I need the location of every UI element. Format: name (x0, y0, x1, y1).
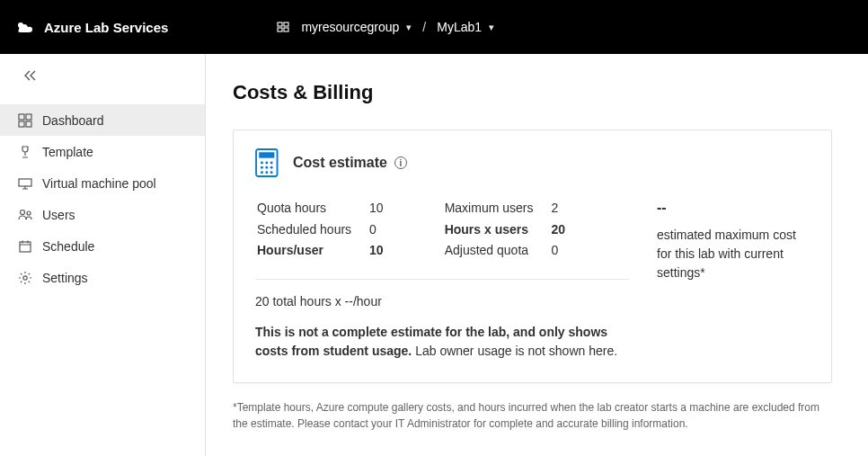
estimate-disclaimer: This is not a complete estimate for the … (255, 323, 630, 361)
settings-icon (18, 271, 32, 285)
hours-per-user-value: 10 (369, 241, 400, 261)
dashboard-icon (18, 113, 32, 128)
quota-hours-label: Quota hours (257, 199, 368, 219)
sidebar-item-label: Schedule (42, 239, 94, 254)
schedule-icon (18, 239, 32, 254)
sidebar-item-vm-pool[interactable]: Virtual machine pool (0, 167, 205, 199)
scheduled-hours-label: Scheduled hours (257, 220, 368, 240)
sidebar-item-users[interactable]: Users (0, 199, 205, 230)
svg-rect-7 (19, 121, 24, 127)
estimated-cost-value: -- (657, 197, 810, 219)
sidebar-item-dashboard[interactable]: Dashboard (0, 104, 205, 136)
svg-rect-15 (259, 152, 274, 157)
breadcrumb-separator: / (422, 20, 426, 34)
svg-point-13 (23, 275, 27, 279)
quota-hours-value: 10 (369, 199, 400, 219)
svg-point-20 (265, 166, 268, 169)
vm-pool-icon (18, 176, 32, 191)
hours-x-users-value: 20 (551, 220, 581, 240)
hours-per-user-label: Hours/user (257, 241, 368, 261)
product-name: Azure Lab Services (44, 20, 168, 35)
svg-rect-5 (19, 114, 24, 120)
sidebar-collapse-button[interactable] (0, 63, 205, 88)
svg-point-0 (18, 22, 23, 28)
svg-rect-4 (284, 28, 288, 31)
resource-group-icon (276, 20, 290, 34)
double-chevron-left-icon (22, 69, 39, 82)
sidebar: Dashboard Template Virtual machine pool … (0, 54, 206, 456)
footnote: *Template hours, Azure compute gallery c… (233, 399, 832, 432)
svg-rect-2 (278, 28, 282, 31)
breadcrumb-resource-group-label: myresourcegroup (301, 20, 399, 34)
svg-rect-1 (278, 22, 282, 26)
svg-rect-9 (19, 179, 31, 186)
users-icon (18, 208, 32, 222)
sidebar-item-label: Virtual machine pool (42, 176, 156, 191)
adjusted-quota-value: 0 (551, 241, 581, 261)
svg-point-10 (21, 210, 25, 214)
hours-x-users-label: Hours x users (445, 220, 550, 240)
main-content: Costs & Billing Cost estimate i Quota ho… (206, 54, 868, 456)
svg-point-23 (265, 171, 268, 174)
template-icon (18, 145, 32, 159)
total-hours-calc: 20 total hours x --/hour (255, 294, 630, 308)
svg-rect-12 (20, 242, 31, 252)
svg-point-18 (270, 162, 273, 165)
svg-rect-8 (26, 121, 31, 127)
adjusted-quota-label: Adjusted quota (445, 241, 550, 261)
info-icon[interactable]: i (394, 156, 407, 169)
svg-point-24 (270, 171, 273, 174)
chevron-down-icon: ▾ (489, 22, 494, 33)
azure-logo-icon (13, 16, 35, 38)
breadcrumb-resource-group[interactable]: myresourcegroup ▾ (301, 20, 412, 34)
brand: Azure Lab Services (13, 16, 168, 38)
page-title: Costs & Billing (233, 81, 832, 104)
calculator-icon (255, 148, 280, 177)
breadcrumb: myresourcegroup ▾ / MyLab1 ▾ (276, 20, 494, 34)
svg-rect-6 (26, 114, 31, 120)
estimated-cost-label: estimated maximum cost for this lab with… (657, 226, 810, 282)
sidebar-item-schedule[interactable]: Schedule (0, 230, 205, 262)
max-users-label: Maximum users (445, 199, 550, 219)
top-bar: Azure Lab Services myresourcegroup ▾ / M… (0, 0, 868, 54)
sidebar-item-label: Settings (42, 271, 88, 285)
metrics-left: Quota hours10 Scheduled hours0 Hours/use… (255, 197, 402, 263)
cost-summary: -- estimated maximum cost for this lab w… (657, 197, 810, 282)
svg-point-16 (261, 162, 263, 165)
sidebar-item-label: Template (42, 145, 93, 159)
cost-estimate-card: Cost estimate i Quota hours10 Scheduled … (233, 130, 832, 383)
sidebar-item-label: Dashboard (42, 113, 104, 128)
scheduled-hours-value: 0 (369, 220, 400, 240)
sidebar-item-settings[interactable]: Settings (0, 262, 205, 293)
svg-point-21 (270, 166, 273, 169)
metrics-right: Maximum users2 Hours x users20 Adjusted … (443, 197, 583, 263)
sidebar-item-label: Users (42, 208, 75, 222)
max-users-value: 2 (551, 199, 581, 219)
svg-point-17 (265, 162, 268, 165)
svg-point-11 (27, 211, 31, 215)
svg-point-22 (261, 171, 263, 174)
estimate-disclaimer-rest: Lab owner usage is not shown here. (412, 344, 617, 358)
sidebar-item-template[interactable]: Template (0, 136, 205, 167)
divider (255, 279, 630, 280)
chevron-down-icon: ▾ (406, 22, 412, 33)
breadcrumb-lab-label: MyLab1 (437, 20, 482, 34)
svg-point-19 (261, 166, 263, 169)
cost-estimate-title: Cost estimate (293, 155, 387, 171)
svg-rect-3 (284, 22, 288, 26)
breadcrumb-lab[interactable]: MyLab1 ▾ (437, 20, 494, 34)
